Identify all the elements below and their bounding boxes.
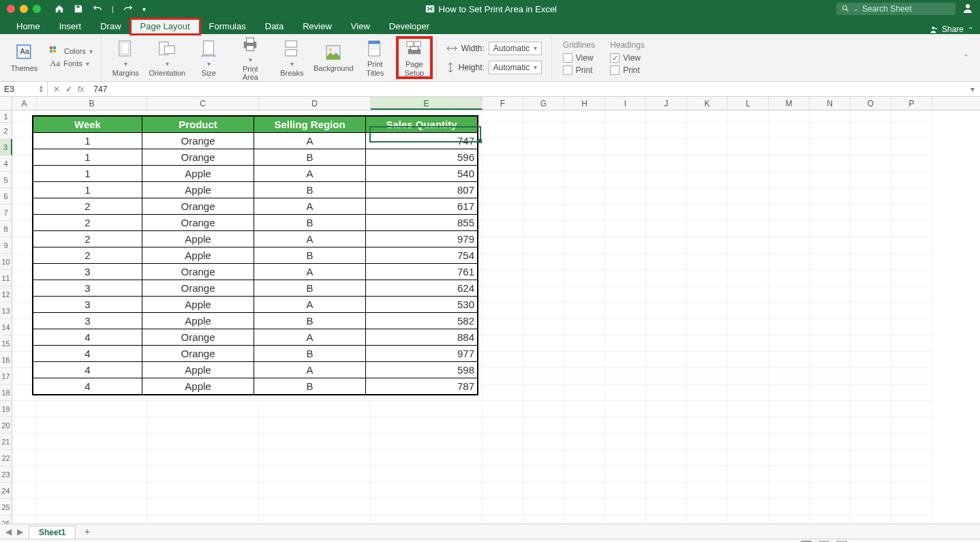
gridlines-print-checkbox[interactable]: Print: [563, 65, 595, 75]
cell[interactable]: [687, 286, 728, 303]
cell[interactable]: [646, 237, 687, 254]
cell[interactable]: [769, 434, 810, 450]
cell[interactable]: [851, 270, 891, 286]
cell[interactable]: [728, 401, 769, 417]
cell[interactable]: [728, 499, 769, 515]
cell[interactable]: [12, 499, 37, 515]
cell[interactable]: [605, 319, 646, 335]
cell[interactable]: [769, 139, 810, 155]
cell[interactable]: [605, 352, 646, 368]
cell[interactable]: [769, 368, 810, 385]
cell[interactable]: [810, 286, 851, 303]
cell[interactable]: [687, 401, 728, 417]
cell[interactable]: [37, 499, 147, 515]
table-cell[interactable]: A: [254, 329, 366, 346]
tab-home[interactable]: Home: [7, 19, 50, 34]
tab-review[interactable]: Review: [293, 19, 341, 34]
cell[interactable]: [605, 139, 646, 155]
cell[interactable]: [687, 254, 728, 270]
cell[interactable]: [728, 303, 769, 319]
cell[interactable]: [687, 139, 728, 155]
cell[interactable]: [483, 110, 523, 123]
cell[interactable]: [769, 303, 810, 319]
cell[interactable]: [891, 352, 932, 368]
redo-icon[interactable]: [123, 4, 133, 14]
cell[interactable]: [769, 237, 810, 254]
cell[interactable]: [891, 466, 932, 483]
cell[interactable]: [891, 368, 932, 385]
cell[interactable]: [259, 450, 371, 466]
cell[interactable]: [891, 499, 932, 515]
cell[interactable]: [646, 172, 687, 188]
cell[interactable]: [851, 450, 891, 466]
cell[interactable]: [564, 499, 605, 515]
cell[interactable]: [37, 450, 147, 466]
cell[interactable]: [605, 172, 646, 188]
table-cell[interactable]: A: [254, 198, 366, 215]
cell[interactable]: [564, 434, 605, 450]
table-cell[interactable]: 884: [366, 329, 478, 346]
cell[interactable]: [728, 335, 769, 352]
cell[interactable]: [483, 385, 523, 401]
cell[interactable]: [605, 221, 646, 237]
cell[interactable]: [605, 270, 646, 286]
cell[interactable]: [523, 172, 564, 188]
row-header[interactable]: 4: [0, 155, 12, 172]
cell[interactable]: [810, 221, 851, 237]
table-cell[interactable]: Apple: [142, 247, 254, 264]
cell[interactable]: [12, 515, 37, 524]
cell[interactable]: [851, 205, 891, 221]
print-titles-button[interactable]: Print Titles: [356, 38, 394, 76]
row-header[interactable]: 25: [0, 499, 12, 515]
row-header[interactable]: 26: [0, 515, 12, 524]
cell[interactable]: [523, 401, 564, 417]
cell[interactable]: [891, 515, 932, 524]
cell[interactable]: [646, 385, 687, 401]
col-header-C[interactable]: C: [147, 97, 259, 110]
cell[interactable]: [851, 155, 891, 172]
cancel-icon[interactable]: ✕: [53, 85, 60, 94]
cell[interactable]: [564, 110, 605, 123]
cell[interactable]: [851, 466, 891, 483]
cell[interactable]: [687, 155, 728, 172]
table-cell[interactable]: 761: [366, 264, 478, 280]
cell[interactable]: [810, 172, 851, 188]
col-header-E[interactable]: E: [371, 97, 483, 110]
cell[interactable]: [728, 139, 769, 155]
cell[interactable]: [810, 417, 851, 434]
cell[interactable]: [851, 499, 891, 515]
cell[interactable]: [483, 205, 523, 221]
cell[interactable]: [605, 499, 646, 515]
cell[interactable]: [728, 466, 769, 483]
cell[interactable]: [646, 466, 687, 483]
cell[interactable]: [728, 368, 769, 385]
cell[interactable]: [259, 515, 371, 524]
table-cell[interactable]: 1: [33, 166, 142, 182]
cell[interactable]: [810, 254, 851, 270]
col-header-F[interactable]: F: [483, 97, 523, 110]
cell[interactable]: [564, 172, 605, 188]
col-header-K[interactable]: K: [687, 97, 728, 110]
cell[interactable]: [37, 417, 147, 434]
cell[interactable]: [483, 221, 523, 237]
cell[interactable]: [851, 237, 891, 254]
cell[interactable]: [605, 466, 646, 483]
table-cell[interactable]: A: [254, 297, 366, 313]
cell[interactable]: [728, 123, 769, 139]
cell[interactable]: [687, 368, 728, 385]
cell[interactable]: [646, 270, 687, 286]
cell[interactable]: [371, 450, 483, 466]
save-icon[interactable]: [74, 4, 83, 14]
cell[interactable]: [523, 303, 564, 319]
cell[interactable]: [523, 110, 564, 123]
tab-view[interactable]: View: [341, 19, 380, 34]
sheet-tab[interactable]: Sheet1: [29, 526, 76, 539]
cell[interactable]: [564, 450, 605, 466]
cell[interactable]: [483, 401, 523, 417]
table-cell[interactable]: Orange: [142, 264, 254, 280]
table-cell[interactable]: Apple: [142, 297, 254, 313]
row-header[interactable]: 2: [0, 123, 12, 139]
cell[interactable]: [687, 270, 728, 286]
cell[interactable]: [810, 401, 851, 417]
cell[interactable]: [769, 254, 810, 270]
